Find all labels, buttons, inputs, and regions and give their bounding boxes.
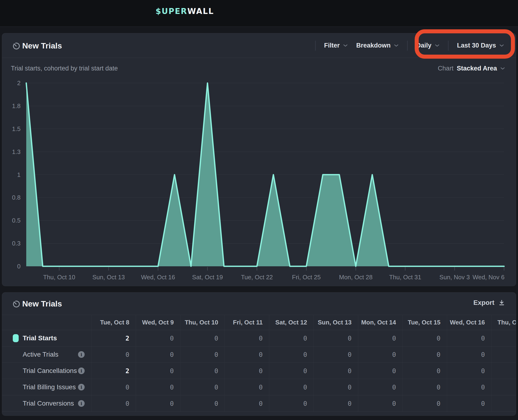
table-row: Trial Conversionsi000000000 <box>2 395 516 412</box>
column-header: Mon, Oct 14 <box>358 315 402 330</box>
info-icon[interactable]: i <box>78 384 85 390</box>
cell-value: 0 <box>303 400 307 407</box>
value-cell: 0 <box>136 363 180 379</box>
cell-value: 2 <box>126 367 129 375</box>
cell-value: 0 <box>481 335 485 342</box>
trials-table: Tue, Oct 8Wed, Oct 9Thu, Oct 10Fri, Oct … <box>2 315 516 412</box>
x-axis-tick-label: Sat, Oct 19 <box>192 273 223 281</box>
x-axis-tick-label: Thu, Oct 10 <box>43 273 75 281</box>
cell-value: 0 <box>437 367 440 375</box>
logo-suffix: WALL <box>187 7 214 16</box>
row-label-cell: Trial Billing Issuesi <box>2 379 91 395</box>
table-bottom-border <box>2 412 516 412</box>
column-header: Fri, Oct 11 <box>225 315 269 330</box>
value-cell: 0 <box>447 395 491 412</box>
cell-value: 2 <box>126 335 129 342</box>
cell-value: 0 <box>437 383 440 391</box>
value-cell: 0 <box>225 346 269 362</box>
table-row: Trial Billing Issuesi000000000 <box>2 379 516 395</box>
value-cell: 0 <box>136 346 180 362</box>
info-icon[interactable]: i <box>78 351 85 358</box>
export-label: Export <box>473 299 494 307</box>
value-cell: 0 <box>136 395 180 412</box>
value-cell: 0 <box>180 363 225 379</box>
x-axis-tick-label: Thu, Oct 31 <box>389 273 421 281</box>
column-header: Sun, Oct 13 <box>313 315 358 330</box>
cell-value: 0 <box>303 383 307 391</box>
cell-value: 0 <box>259 335 263 342</box>
info-icon[interactable]: i <box>78 400 85 407</box>
cell-value: 0 <box>392 383 396 391</box>
value-cell: 0 <box>269 363 313 379</box>
cell-value: 0 <box>259 351 263 358</box>
cell-value: 0 <box>259 383 263 391</box>
new-trials-chart-panel: New Trials Filter Breakdown Daily Last 3… <box>2 33 516 286</box>
value-cell: 0 <box>91 395 136 412</box>
table-row: Trial Starts200000000 <box>2 330 516 346</box>
cell-value: 0 <box>215 383 218 391</box>
cell-value: 0 <box>303 351 307 358</box>
cell-value: 0 <box>481 367 485 375</box>
info-icon[interactable]: i <box>78 368 85 374</box>
y-axis-tick-label: 1 <box>2 171 21 179</box>
cell-value: 0 <box>481 400 485 407</box>
x-axis-tick-label: Fri, Oct 25 <box>292 273 321 281</box>
cell-value: 0 <box>170 351 174 358</box>
value-cell: 2 <box>91 330 136 346</box>
column-header: Sat, Oct 12 <box>269 315 313 330</box>
value-cell <box>491 330 516 346</box>
value-cell: 0 <box>313 330 358 346</box>
y-axis-tick-label: 1.8 <box>2 102 21 110</box>
row-label: Trial Billing Issues <box>23 383 76 391</box>
value-cell: 0 <box>358 363 402 379</box>
y-axis-tick-label: 1.3 <box>2 148 21 156</box>
row-label: Trial Starts <box>23 334 57 342</box>
cell-value: 0 <box>348 383 352 391</box>
value-cell: 0 <box>136 330 180 346</box>
table-header-row: Tue, Oct 8Wed, Oct 9Thu, Oct 10Fri, Oct … <box>2 315 516 330</box>
table-row: Active Trialsi000000000 <box>2 346 516 362</box>
value-cell <box>491 346 516 362</box>
value-cell: 0 <box>447 363 491 379</box>
x-axis-tick-label: Mon, Oct 28 <box>339 273 373 281</box>
value-cell: 0 <box>402 379 447 395</box>
value-cell: 0 <box>402 363 447 379</box>
y-axis-tick-label: 2 <box>2 79 21 87</box>
value-cell: 0 <box>136 379 180 395</box>
value-cell: 0 <box>91 346 136 362</box>
cell-value: 0 <box>215 335 218 342</box>
table-row: Trial Cancellationsi200000000 <box>2 362 516 379</box>
value-cell: 0 <box>358 330 402 346</box>
row-label: Trial Conversions <box>23 400 74 407</box>
cell-value: 0 <box>437 400 440 407</box>
y-axis-tick-label: 1.5 <box>2 125 21 133</box>
cell-value: 0 <box>215 400 218 407</box>
row-label-cell: Trial Conversionsi <box>2 395 91 412</box>
cell-value: 0 <box>392 351 396 358</box>
cell-value: 0 <box>348 400 352 407</box>
cell-value: 0 <box>303 335 307 342</box>
value-cell: 0 <box>447 330 491 346</box>
value-cell: 0 <box>358 346 402 362</box>
value-cell: 0 <box>402 395 447 412</box>
timer-icon <box>11 299 21 309</box>
column-header: Wed, Oct 16 <box>447 315 491 330</box>
column-header: Thu, Oct 10 <box>180 315 225 330</box>
x-axis-tick-label: Wed, Nov 6 <box>473 273 504 281</box>
value-cell: 2 <box>91 363 136 379</box>
cell-value: 0 <box>126 400 129 407</box>
x-axis-tick-label: Wed, Oct 16 <box>141 273 175 281</box>
value-cell: 0 <box>269 346 313 362</box>
logo-prefix: $UPER <box>155 7 187 16</box>
top-bar: $UPERWALL <box>0 0 518 27</box>
value-cell: 0 <box>447 346 491 362</box>
value-cell: 0 <box>225 379 269 395</box>
cell-value: 0 <box>481 351 485 358</box>
value-cell: 0 <box>358 395 402 412</box>
row-label-cell: Active Trialsi <box>2 346 91 362</box>
value-cell: 0 <box>313 363 358 379</box>
value-cell: 0 <box>269 395 313 412</box>
value-cell: 0 <box>402 346 447 362</box>
column-header: Tue, Oct 8 <box>91 315 136 330</box>
export-button[interactable]: Export <box>473 299 505 307</box>
